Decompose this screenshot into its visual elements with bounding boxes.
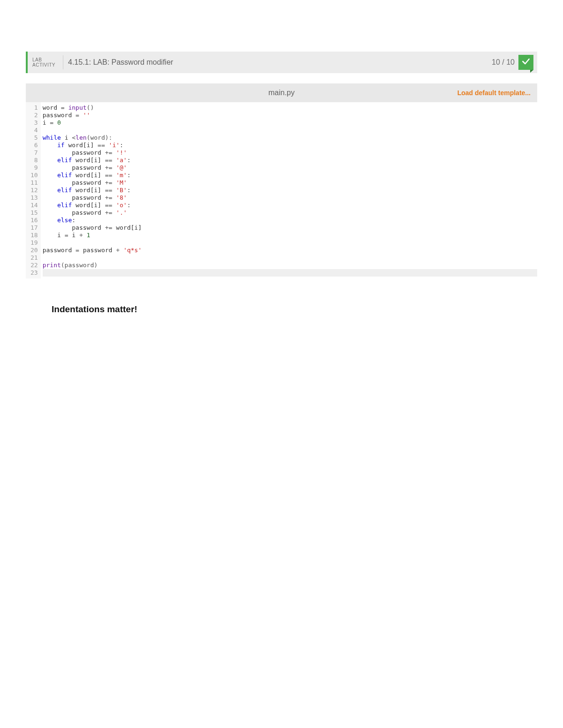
check-icon — [521, 57, 531, 68]
caption-text: Indentations matter! — [52, 304, 537, 315]
code-line[interactable] — [43, 239, 537, 247]
badge-line-2: ACTIVITY — [32, 62, 55, 68]
code-line[interactable]: print(password) — [43, 262, 537, 269]
line-number: 1 — [30, 104, 38, 112]
line-number: 7 — [30, 149, 38, 157]
divider — [63, 55, 63, 69]
code-line[interactable]: password += '8' — [43, 194, 537, 202]
code-line[interactable]: word = input() — [43, 104, 537, 112]
line-number: 16 — [30, 217, 38, 224]
code-line[interactable] — [43, 127, 537, 134]
line-number: 4 — [30, 127, 38, 134]
code-line[interactable]: elif word[i] == 'm': — [43, 172, 537, 179]
line-number: 9 — [30, 164, 38, 172]
line-number-gutter: 1234567891011121314151617181920212223 — [26, 102, 41, 278]
code-line[interactable]: elif word[i] == 'a': — [43, 157, 537, 164]
line-number: 13 — [30, 194, 38, 202]
line-number: 5 — [30, 134, 38, 142]
code-line[interactable] — [43, 269, 537, 277]
line-number: 8 — [30, 157, 38, 164]
line-number: 10 — [30, 172, 38, 179]
code-line[interactable]: password = password + 'q*s' — [43, 247, 537, 254]
line-number: 6 — [30, 142, 38, 149]
line-number: 20 — [30, 247, 38, 254]
page: LAB ACTIVITY 4.15.1: LAB: Password modif… — [0, 0, 563, 728]
code-line[interactable]: i = i + 1 — [43, 232, 537, 239]
line-number: 11 — [30, 179, 38, 187]
code-editor[interactable]: 1234567891011121314151617181920212223 wo… — [26, 102, 537, 278]
code-line[interactable]: password += 'M' — [43, 179, 537, 187]
spacer — [26, 73, 537, 83]
code-line[interactable] — [43, 254, 537, 262]
line-number: 3 — [30, 119, 38, 127]
code-content[interactable]: word = input()password = ''i = 0while i … — [41, 102, 537, 278]
status-check-badge — [518, 55, 533, 70]
lab-activity-badge: LAB ACTIVITY — [28, 52, 60, 73]
code-line[interactable]: password = '' — [43, 112, 537, 119]
code-line[interactable]: if word[i] == 'i': — [43, 142, 537, 149]
badge-line-1: LAB — [32, 57, 55, 62]
line-number: 2 — [30, 112, 38, 119]
code-line[interactable]: while i <len(word): — [43, 134, 537, 142]
file-name: main.py — [268, 89, 295, 97]
line-number: 18 — [30, 232, 38, 239]
lab-score: 10 / 10 — [492, 52, 518, 73]
line-number: 17 — [30, 224, 38, 232]
code-line[interactable]: password += '.' — [43, 209, 537, 217]
code-line[interactable]: password += '!' — [43, 149, 537, 157]
lab-title: 4.15.1: LAB: Password modifier — [66, 52, 492, 73]
file-bar: main.py Load default template... — [26, 83, 537, 102]
line-number: 15 — [30, 209, 38, 217]
code-line[interactable]: else: — [43, 217, 537, 224]
line-number: 21 — [30, 254, 38, 262]
code-line[interactable]: i = 0 — [43, 119, 537, 127]
line-number: 14 — [30, 202, 38, 209]
code-line[interactable]: password += word[i] — [43, 224, 537, 232]
line-number: 12 — [30, 187, 38, 194]
lab-header: LAB ACTIVITY 4.15.1: LAB: Password modif… — [26, 52, 537, 73]
line-number: 19 — [30, 239, 38, 247]
lab-panel: LAB ACTIVITY 4.15.1: LAB: Password modif… — [26, 52, 537, 278]
code-line[interactable]: elif word[i] == 'B': — [43, 187, 537, 194]
line-number: 22 — [30, 262, 38, 269]
code-line[interactable]: elif word[i] == 'o': — [43, 202, 537, 209]
load-default-template-link[interactable]: Load default template... — [457, 89, 531, 97]
code-line[interactable]: password += '@' — [43, 164, 537, 172]
line-number: 23 — [30, 269, 38, 277]
